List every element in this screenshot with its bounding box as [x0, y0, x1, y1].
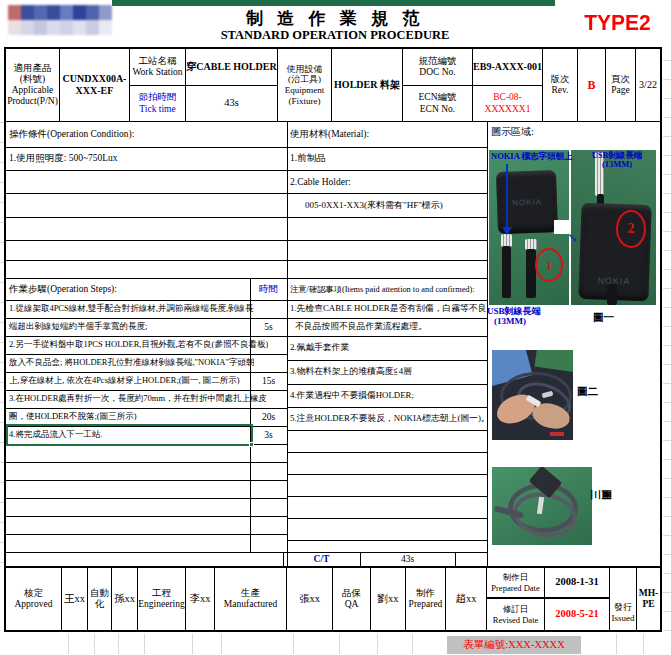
attention-header: 注意/確認事項(Items paid attention to and conf… — [287, 284, 475, 295]
condition-header: 操作條件(Operation Condition): — [6, 128, 134, 141]
step-row: 3.在HOLDER處再對折一次，長度約70mm，并在對折中間處扎上橡皮 — [6, 390, 287, 409]
left-margin-gridlines — [0, 122, 4, 568]
type-label: TYPE2 — [570, 10, 665, 35]
empty-row — [6, 170, 287, 194]
callout-circle-1: 1 — [535, 248, 563, 282]
sig-role-prepared: 制作Prepared — [406, 568, 446, 630]
empty-row — [6, 498, 287, 517]
sig-role-automation: 自動化 — [88, 568, 112, 630]
work-station-label: 工站名稱 Work Station — [130, 49, 186, 86]
photo-panel-right: NOKIA 2 USB剝線長端 (13MM) — [571, 150, 656, 305]
top-green-bar — [112, 0, 555, 6]
step-row: 1.從線架取4PCS線材,雙手配合對折線材,并調節兩線端長度,剝線長 — [6, 300, 287, 319]
empty-row — [287, 452, 487, 475]
down-arrow-head — [502, 227, 512, 235]
photo-holders: NOKIA 1 NOKIA 2 USB剝線長端 — [489, 150, 656, 305]
gridline — [643, 634, 644, 654]
steps-header: 作業步驟(Operation Steps): — [6, 283, 117, 296]
form-number: 表單編號:XXX-XXXX — [447, 636, 581, 654]
prepared-date-value: 2008-1-31 — [545, 568, 610, 599]
attention-header-row: 注意/確認事項(Items paid attention to and conf… — [287, 278, 487, 301]
revised-date-label: 修訂日 Revised Date — [487, 599, 545, 630]
blurred-logo — [8, 5, 112, 35]
green-bench — [534, 350, 573, 373]
photo-timestamp — [550, 432, 564, 436]
sig-issued: 發行 Issued — [610, 568, 637, 630]
empty-row — [287, 217, 487, 241]
tick-time-label: 節拍時間 Tick time — [130, 86, 186, 122]
fig2-label: 圖二 — [577, 385, 598, 399]
diagonal-arrow: ↘ — [567, 230, 578, 246]
material-header-row: 使用材料(Material): — [287, 122, 487, 148]
fill-handle[interactable] — [249, 442, 254, 447]
attention-row: 1.先檢查CABLE HOLDER是否有刮傷，白霧等不良, — [287, 300, 487, 319]
gridline — [144, 634, 145, 654]
condition-item1: 1.使用照明度: 500~750Lux — [6, 152, 118, 165]
down-arrow — [506, 164, 508, 228]
equipment-label: 使用設備 (治工具) Equipment (Fixture) — [278, 49, 332, 122]
step-row: 上,穿在線材上, 依次在4Pcs線材穿上HOLDER;(圖一, 圖二所示)15s — [6, 372, 287, 391]
tick-time-value: 43s — [186, 86, 278, 122]
sig-name: 孫xx — [112, 568, 138, 630]
sig-name: 李xx — [186, 568, 215, 630]
photo-hands — [492, 350, 573, 440]
time-header: 時間 — [250, 278, 287, 300]
attention-row: 5.注意HOLDER不要裝反，NOKIA標志朝上(圖一)。 — [287, 407, 487, 431]
empty-row — [287, 474, 487, 497]
material-item-row: 005-0XX1-XX3(來料需有"HF"標示) — [287, 193, 487, 218]
material-item-row: 1.前制品 — [287, 147, 487, 171]
sig-name: 趙xx — [446, 568, 487, 630]
gridline — [68, 634, 69, 654]
nokia-logo-text: NOKIA — [512, 197, 542, 207]
sig-role-manufactured: 生產Manufactured — [215, 568, 287, 630]
empty-row — [287, 260, 487, 279]
doc-no-label: 規范編號 DOC No. — [403, 49, 473, 86]
material-header: 使用材料(Material): — [287, 128, 369, 141]
gridline — [118, 634, 119, 654]
sop-table: 適用產品 (料號) Applicable Product(P/N) CUNDXX… — [4, 47, 662, 632]
label-usb-strip-left: USB剝線長端 (13MM) — [487, 307, 541, 327]
condition-header-row: 操作條件(Operation Condition): — [6, 122, 287, 148]
divider-mid-right — [487, 122, 488, 568]
equipment-value: HOLDER 料架 — [332, 49, 403, 122]
empty-row — [287, 430, 487, 453]
step-row: 2.另一手從料盤中取1PCS HOLDER,目視外觀,若有不良(參照不良看板) — [6, 336, 287, 355]
page-title: 制 造 作 業 規 范 — [170, 7, 500, 30]
gridline — [293, 634, 294, 654]
steps-header-row: 作業步驟(Operation Steps): 時間 — [6, 278, 287, 301]
rev-label: 版次 Rev. — [543, 49, 578, 122]
doc-no-value: EB9-AXXX-001 — [473, 49, 543, 86]
gridline — [377, 634, 378, 654]
empty-row — [6, 480, 287, 499]
attention-row: 4.作業過程中不要損傷HOLDER; — [287, 384, 487, 408]
ecn-no-label: ECN編號 ECN No. — [403, 86, 473, 122]
material-item-row: 2.Cable Holder: — [287, 170, 487, 194]
empty-row — [6, 516, 287, 535]
attention-row: 3.物料在料架上的堆積高度≦4層 — [287, 360, 487, 385]
condition-item-row: 1.使用照明度: 500~750Lux — [6, 147, 287, 171]
attention-row: 2.佩戴手套作業 — [287, 336, 487, 361]
sig-name: 王xx — [62, 568, 88, 630]
empty-row — [6, 444, 287, 463]
gridline — [192, 634, 193, 654]
prepared-date-label: 制作日 Prepared Date — [487, 568, 545, 599]
sig-name: 張xx — [287, 568, 333, 630]
gridline — [221, 634, 222, 654]
empty-row — [6, 260, 287, 279]
page-value: 3/22 — [636, 49, 660, 122]
sig-issued-value: MH-PE — [637, 568, 660, 630]
right-margin-gridlines — [663, 60, 671, 632]
empty-row — [6, 462, 287, 481]
selection-border[interactable] — [6, 424, 253, 446]
product-number: CUNDXX00A-XXX-EF — [60, 49, 130, 122]
page-subtitle: STANDARD OPERATION PROCEDURE — [170, 28, 500, 43]
empty-row — [6, 240, 287, 261]
gridline — [616, 634, 617, 654]
gridline — [339, 634, 340, 654]
ecn-no-value: BC-08-XXXXXX1 — [473, 86, 543, 122]
empty-row — [6, 217, 287, 241]
fig3-label: 圖三 — [590, 490, 611, 502]
empty-row — [6, 193, 287, 218]
step-row: 端超出剝線短端約半個手掌寬的長度;5s — [6, 318, 287, 337]
gridline — [412, 634, 413, 654]
